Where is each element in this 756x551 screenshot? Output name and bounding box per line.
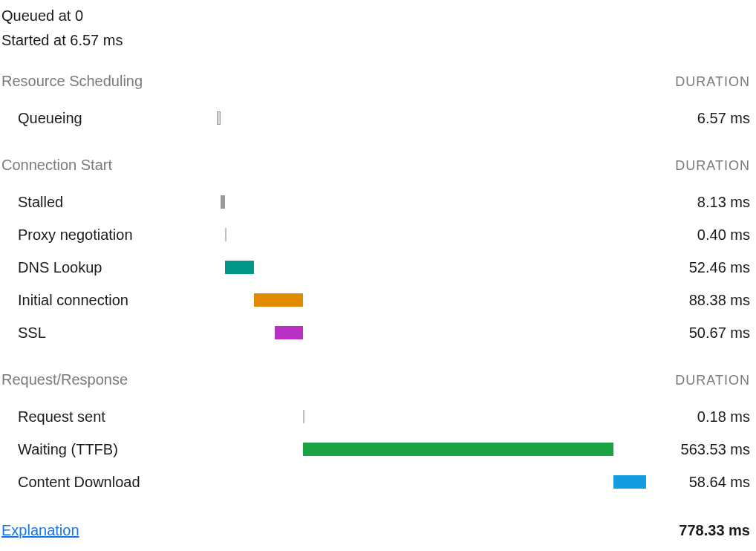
row-label: Stalled <box>1 192 217 212</box>
row-label: Content Download <box>1 472 217 492</box>
row-bar-track <box>217 193 646 211</box>
timing-bar <box>275 326 303 339</box>
row-bar-track <box>217 109 646 127</box>
row-bar-track <box>217 440 646 458</box>
timing-bar <box>613 475 646 489</box>
row-bar-track <box>217 473 646 491</box>
timing-row: Request sent0.18 ms <box>1 400 750 433</box>
row-value: 50.67 ms <box>646 323 750 343</box>
timing-bar <box>225 228 227 241</box>
section-title: Connection Start <box>1 155 675 175</box>
row-bar-track <box>217 324 646 342</box>
row-value: 0.40 ms <box>646 225 750 245</box>
row-label: Request sent <box>1 407 217 427</box>
row-value: 8.13 ms <box>646 192 750 212</box>
timing-row: Stalled8.13 ms <box>1 186 750 218</box>
timing-row: Proxy negotiation0.40 ms <box>1 218 750 251</box>
row-value: 58.64 ms <box>646 472 750 492</box>
row-label: Initial connection <box>1 290 217 310</box>
started-at-text: Started at 6.57 ms <box>1 30 750 50</box>
row-label: DNS Lookup <box>1 258 217 278</box>
queued-at-text: Queued at 0 <box>1 6 750 26</box>
section-title: Request/Response <box>1 370 675 390</box>
timing-row: Content Download58.64 ms <box>1 466 750 498</box>
row-value: 52.46 ms <box>646 258 750 278</box>
row-label: SSL <box>1 323 217 343</box>
duration-header: DURATION <box>675 157 750 175</box>
row-value: 0.18 ms <box>646 407 750 427</box>
row-label: Queueing <box>1 108 217 128</box>
row-label: Proxy negotiation <box>1 225 217 245</box>
row-bar-track <box>217 408 646 426</box>
row-value: 88.38 ms <box>646 290 750 310</box>
timing-bar <box>303 410 304 423</box>
row-bar-track <box>217 291 646 309</box>
timing-bar <box>225 261 254 274</box>
timing-row: Waiting (TTFB)563.53 ms <box>1 433 750 466</box>
row-label: Waiting (TTFB) <box>1 440 217 460</box>
explanation-link[interactable]: Explanation <box>1 521 79 541</box>
timing-bar <box>221 195 225 209</box>
row-bar-track <box>217 226 646 244</box>
timing-row: DNS Lookup52.46 ms <box>1 251 750 284</box>
row-value: 6.57 ms <box>646 108 750 128</box>
timing-bar <box>254 293 303 307</box>
timing-row: Queueing6.57 ms <box>1 102 750 134</box>
duration-header: DURATION <box>675 73 750 91</box>
section-title: Resource Scheduling <box>1 71 675 91</box>
timing-row: Initial connection88.38 ms <box>1 284 750 316</box>
total-duration: 778.33 ms <box>679 521 750 541</box>
row-value: 563.53 ms <box>646 440 750 460</box>
timing-bar <box>217 111 221 125</box>
timing-bar <box>303 443 613 456</box>
duration-header: DURATION <box>675 371 750 389</box>
row-bar-track <box>217 258 646 276</box>
timing-row: SSL50.67 ms <box>1 316 750 349</box>
